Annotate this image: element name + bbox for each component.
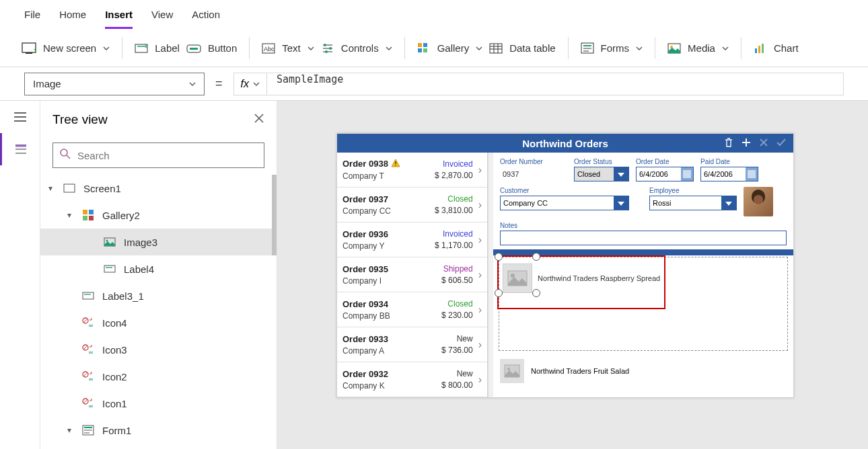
order-status-selector[interactable]: Closed [574, 167, 629, 181]
order-row[interactable]: Order 0938 Company T Invoiced $ 2,870.00… [337, 153, 487, 188]
order-amount: $ 2,870.00 [435, 171, 473, 180]
scrollbar[interactable] [272, 175, 277, 255]
fx-dropdown[interactable]: fx [233, 73, 267, 95]
chevron-down-icon [636, 45, 643, 52]
tree-node-gallery2[interactable]: ▾ Gallery2 [40, 202, 277, 229]
svg-rect-43 [395, 161, 396, 164]
customer-value: Company CC [503, 199, 548, 207]
order-row[interactable]: Order 0933 Company A New $ 736.00 › [337, 327, 487, 362]
chevron-down-icon [386, 45, 392, 52]
paid-date-input[interactable]: 6/4/2006 [700, 167, 758, 181]
order-row[interactable]: Order 0937 Company CC Closed $ 3,810.00 … [337, 188, 487, 222]
list-item[interactable]: Northwind Traders Fruit Salad [500, 355, 787, 387]
tree-node-screen1[interactable]: ▾ Screen1 [40, 175, 277, 202]
order-date-label: Order Date [636, 158, 694, 165]
forms-icon [581, 42, 594, 54]
treeview-tab[interactable] [0, 133, 40, 165]
notes-label: Notes [500, 222, 787, 229]
tree-node-icon4[interactable]: Icon4 [40, 309, 277, 336]
chevron-right-icon: › [478, 304, 482, 316]
menu-view[interactable]: View [151, 9, 173, 20]
svg-rect-24 [762, 44, 764, 53]
tree-label: Label4 [124, 263, 154, 275]
order-number-value: 0937 [500, 167, 567, 181]
tree-node-label4[interactable]: Label4 [40, 255, 277, 282]
tree-view-panel: Tree view ▾ Screen1 ▾ Gallery2 Image3 [40, 101, 277, 449]
order-row[interactable]: Order 0935 Company I Shipped $ 606.50 › [337, 257, 487, 292]
order-number: Order 0933 [342, 334, 388, 344]
svg-rect-40 [84, 427, 92, 428]
resize-handle[interactable] [532, 289, 540, 297]
svg-text:+: + [34, 46, 36, 53]
order-row[interactable]: Order 0936 Company Y Invoiced $ 1,170.00… [337, 222, 487, 257]
controls-button[interactable]: Controls [321, 42, 392, 54]
resize-handle[interactable] [532, 253, 540, 261]
list-scrollbar[interactable] [488, 153, 493, 397]
order-amount: $ 3,810.00 [435, 206, 473, 215]
button-button[interactable]: Button [186, 42, 237, 54]
svg-rect-22 [755, 48, 757, 53]
new-screen-button[interactable]: + New screen [22, 42, 110, 54]
svg-rect-42 [84, 432, 89, 434]
forms-button[interactable]: Forms [581, 42, 643, 54]
icon-glyph-icon [81, 317, 96, 328]
resize-handle[interactable] [495, 289, 503, 297]
controls-label: Controls [341, 42, 379, 54]
check-icon[interactable] [776, 137, 787, 150]
order-row[interactable]: Order 0934 Company BB Closed $ 230.00 › [337, 292, 487, 327]
tree-node-icon2[interactable]: Icon2 [40, 363, 277, 390]
property-selector[interactable]: Image [24, 73, 205, 95]
search-input[interactable] [52, 142, 264, 168]
product-label: Northwind Traders Raspberry Spread [538, 274, 660, 282]
chevron-down-icon [722, 45, 729, 52]
plus-icon[interactable] [741, 137, 752, 150]
gallery-template[interactable]: Northwind Traders Raspberry Spread [499, 257, 788, 351]
gallery-icon [417, 42, 431, 54]
menu-file[interactable]: File [24, 9, 40, 20]
tree-node-label3-1[interactable]: Label3_1 [40, 282, 277, 309]
chart-button[interactable]: Chart [754, 42, 799, 54]
tree-node-image3[interactable]: Image3 [40, 229, 277, 255]
svg-rect-44 [395, 165, 396, 165]
hamburger-button[interactable] [0, 101, 40, 133]
menu-action[interactable]: Action [192, 9, 220, 20]
image-placeholder[interactable] [503, 263, 532, 293]
tree-node-icon3[interactable]: Icon3 [40, 336, 277, 363]
tree-node-icon1[interactable]: Icon1 [40, 390, 277, 417]
data-table-button[interactable]: Data table [489, 42, 555, 54]
image-selection[interactable]: Northwind Traders Raspberry Spread [497, 255, 665, 309]
order-date-input[interactable]: 6/4/2006 [636, 167, 694, 181]
formula-input[interactable]: SampleImage [267, 73, 844, 95]
text-label: Text [282, 42, 301, 54]
media-button[interactable]: Media [667, 42, 729, 54]
order-company: Company Y [342, 241, 388, 251]
menu-home[interactable]: Home [59, 9, 86, 20]
order-number: Order 0936 [342, 229, 388, 239]
order-row[interactable]: Order 0932 Company K New $ 800.00 › [337, 362, 487, 397]
cancel-icon[interactable] [758, 137, 769, 150]
chevron-down-icon [253, 81, 260, 87]
customer-selector[interactable]: Company CC [500, 196, 629, 210]
trash-icon[interactable] [723, 137, 734, 150]
close-icon[interactable] [254, 113, 264, 126]
text-button[interactable]: Abc Text [262, 42, 314, 54]
canvas[interactable]: Northwind Orders Order 0938 Company T In… [277, 101, 868, 449]
order-date-value: 6/4/2006 [639, 170, 668, 178]
menu-insert[interactable]: Insert [105, 9, 133, 29]
product-label: Northwind Traders Fruit Salad [531, 367, 629, 375]
tree-label: Icon3 [102, 344, 127, 356]
svg-rect-26 [64, 184, 75, 192]
employee-selector[interactable]: Rossi [649, 196, 737, 210]
order-company: Company CC [342, 206, 391, 216]
search-field[interactable] [77, 150, 257, 161]
svg-point-25 [61, 149, 67, 156]
label-button[interactable]: Label [135, 42, 180, 54]
tree-node-form1[interactable]: ▾ Form1 [40, 417, 277, 444]
svg-rect-13 [418, 48, 422, 52]
notes-input[interactable] [500, 231, 787, 245]
tree-label: Image3 [124, 237, 157, 248]
svg-rect-30 [89, 216, 94, 220]
resize-handle[interactable] [495, 253, 503, 261]
order-status: Closed [447, 194, 472, 204]
gallery-button[interactable]: Gallery [417, 42, 483, 54]
